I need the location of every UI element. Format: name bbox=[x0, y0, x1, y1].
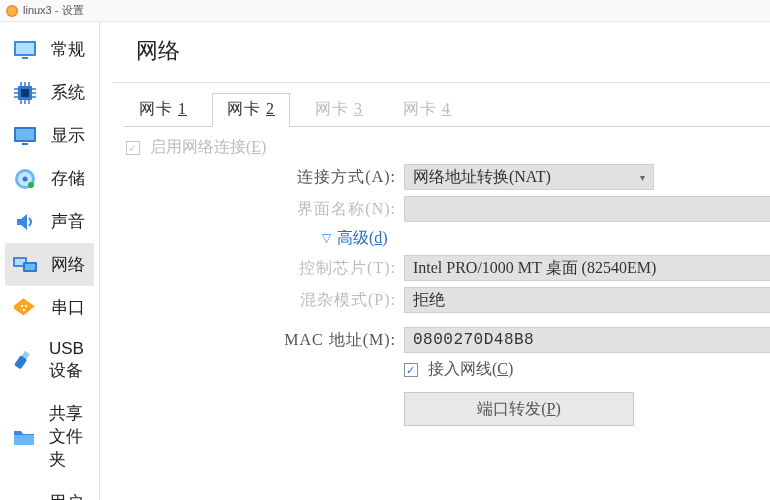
ifname-label: 界面名称(N): bbox=[104, 199, 404, 220]
sidebar-item-general[interactable]: 常规 bbox=[5, 28, 94, 71]
adapter-tabs: 网卡 1 网卡 2 网卡 3 网卡 4 bbox=[100, 83, 770, 127]
attach-mode-select[interactable]: 网络地址转换(NAT) ▾ bbox=[404, 164, 654, 190]
sidebar-item-network[interactable]: 网络 bbox=[5, 243, 94, 286]
serial-icon bbox=[13, 297, 37, 319]
attach-label: 连接方式(A): bbox=[104, 167, 404, 188]
sidebar-label: 串口 bbox=[51, 296, 85, 319]
mac-label: MAC 地址(M): bbox=[104, 330, 404, 351]
port-forward-button[interactable]: 端口转发(P) bbox=[404, 392, 634, 426]
enable-network-label: 启用网络连接(E) bbox=[150, 138, 266, 155]
main-panel: 网络 网卡 1 网卡 2 网卡 3 网卡 4 ✓ 启用网络连接(E) 连接方式(… bbox=[100, 22, 770, 500]
advanced-label: 高级(d) bbox=[337, 228, 388, 249]
svg-rect-18 bbox=[16, 129, 34, 140]
sidebar-item-serial[interactable]: 串口 bbox=[5, 286, 94, 329]
usb-icon bbox=[13, 350, 35, 372]
svg-rect-19 bbox=[22, 143, 28, 145]
titlebar: linux3 - 设置 bbox=[0, 0, 770, 22]
svg-rect-2 bbox=[22, 57, 28, 59]
enable-network-row: ✓ 启用网络连接(E) bbox=[104, 137, 770, 158]
sidebar-label: 用户界面 bbox=[49, 491, 86, 500]
triangle-down-icon: ▽ bbox=[322, 231, 331, 246]
page-title: 网络 bbox=[112, 22, 770, 83]
sidebar-item-display[interactable]: 显示 bbox=[5, 114, 94, 157]
svg-rect-33 bbox=[14, 435, 34, 445]
network-icon bbox=[13, 254, 37, 276]
sidebar-label: 常规 bbox=[51, 38, 85, 61]
sidebar-label: 显示 bbox=[51, 124, 85, 147]
speaker-icon bbox=[13, 211, 37, 233]
tab-adapter-3[interactable]: 网卡 3 bbox=[300, 93, 378, 127]
sidebar-label: 网络 bbox=[51, 253, 85, 276]
folder-icon bbox=[13, 426, 35, 448]
cable-label: 接入网线(C) bbox=[428, 360, 513, 377]
chip-icon bbox=[13, 82, 37, 104]
svg-point-23 bbox=[28, 182, 34, 188]
sidebar-item-usb[interactable]: USB设备 bbox=[5, 329, 94, 392]
network-form: ✓ 启用网络连接(E) 连接方式(A): 网络地址转换(NAT) ▾ 界面名称(… bbox=[100, 127, 770, 432]
svg-rect-1 bbox=[16, 43, 34, 54]
attach-mode-value: 网络地址转换(NAT) bbox=[413, 167, 551, 188]
sidebar-item-storage[interactable]: 存储 bbox=[5, 157, 94, 200]
svg-rect-27 bbox=[25, 264, 35, 270]
sidebar-label: 存储 bbox=[51, 167, 85, 190]
sidebar-label: 系统 bbox=[51, 81, 85, 104]
advanced-toggle[interactable]: ▽ 高级(d) bbox=[104, 228, 770, 249]
tab-adapter-2[interactable]: 网卡 2 bbox=[212, 93, 290, 127]
app-icon bbox=[6, 5, 18, 17]
svg-rect-4 bbox=[21, 89, 29, 97]
mac-field[interactable]: 0800270D48B8 bbox=[404, 327, 770, 353]
sidebar-label: 共享文件夹 bbox=[49, 402, 86, 471]
sidebar: 常规 系统 显示 存储 声音 网络 bbox=[0, 22, 100, 500]
display-icon bbox=[13, 125, 37, 147]
sidebar-label: 声音 bbox=[51, 210, 85, 233]
cable-checkbox[interactable]: ✓ bbox=[404, 363, 418, 377]
controller-select[interactable]: Intel PRO/1000 MT 桌面 (82540EM) bbox=[404, 255, 770, 281]
sidebar-item-audio[interactable]: 声音 bbox=[5, 200, 94, 243]
sidebar-item-system[interactable]: 系统 bbox=[5, 71, 94, 114]
window-title: linux3 - 设置 bbox=[23, 3, 84, 18]
disk-icon bbox=[13, 168, 37, 190]
sidebar-item-shared[interactable]: 共享文件夹 bbox=[5, 392, 94, 481]
controller-label: 控制芯片(T): bbox=[104, 258, 404, 279]
ifname-field[interactable] bbox=[404, 196, 770, 222]
svg-point-28 bbox=[21, 304, 23, 306]
svg-point-22 bbox=[23, 176, 28, 181]
sidebar-item-ui[interactable]: 用户界面 bbox=[5, 481, 94, 500]
promisc-label: 混杂模式(P): bbox=[104, 290, 404, 311]
svg-point-30 bbox=[23, 308, 25, 310]
sidebar-label: USB设备 bbox=[49, 339, 86, 382]
tab-adapter-4[interactable]: 网卡 4 bbox=[388, 93, 466, 127]
svg-point-29 bbox=[25, 304, 27, 306]
monitor-icon bbox=[13, 39, 37, 61]
enable-network-checkbox[interactable]: ✓ bbox=[126, 141, 140, 155]
chevron-down-icon: ▾ bbox=[640, 172, 645, 183]
promisc-select[interactable]: 拒绝 bbox=[404, 287, 770, 313]
tab-adapter-1[interactable]: 网卡 1 bbox=[124, 93, 202, 127]
